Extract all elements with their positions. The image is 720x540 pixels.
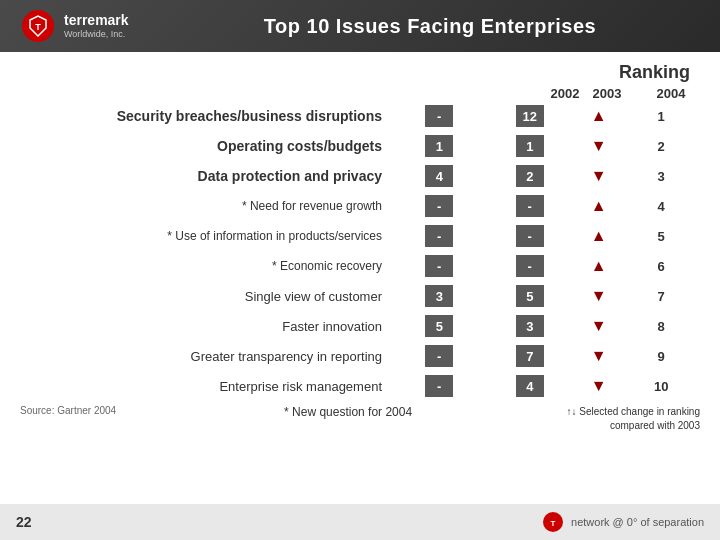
rank-2004: 2 [622, 131, 700, 161]
issue-name: * Use of information in products/service… [20, 221, 394, 251]
tagline: T network @ 0° of separation [541, 510, 704, 534]
year-2002: 2002 [544, 86, 586, 101]
rank-2004: 3 [622, 161, 700, 191]
rank-2004: 9 [622, 341, 700, 371]
rank-arrow: ▼ [575, 161, 622, 191]
rank-arrow: ▼ [575, 341, 622, 371]
bottom-bar: 22 T network @ 0° of separation [0, 504, 720, 540]
rank-2002: 3 [394, 281, 485, 311]
page-title: Top 10 Issues Facing Enterprises [160, 15, 700, 38]
table-row: * Need for revenue growth--▲4 [20, 191, 700, 221]
rank-2002: - [394, 371, 485, 401]
rank-arrow: ▲ [575, 221, 622, 251]
rank-arrow: ▼ [575, 311, 622, 341]
table-row: * Economic recovery--▲6 [20, 251, 700, 281]
year-2003: 2003 [586, 86, 628, 101]
rank-2003: - [485, 251, 576, 281]
rank-2003: 7 [485, 341, 576, 371]
rank-2002: - [394, 101, 485, 131]
issue-name: Greater transparency in reporting [20, 341, 394, 371]
year-2004: 2004 [650, 86, 692, 101]
rank-2003: 2 [485, 161, 576, 191]
rank-2004: 10 [622, 371, 700, 401]
table-row: Operating costs/budgets11▼2 [20, 131, 700, 161]
issue-name: Data protection and privacy [20, 161, 394, 191]
header: T terremark Worldwide, Inc. Top 10 Issue… [0, 0, 720, 52]
rank-2002: - [394, 341, 485, 371]
ranking-title: Ranking [619, 62, 690, 83]
rank-2002: - [394, 221, 485, 251]
issue-name: Enterprise risk management [20, 371, 394, 401]
rank-2002: 4 [394, 161, 485, 191]
issue-name: * Economic recovery [20, 251, 394, 281]
issue-name: Single view of customer [20, 281, 394, 311]
rank-2002: 1 [394, 131, 485, 161]
new-question-label: * New question for 2004 [116, 405, 540, 419]
rank-2004: 6 [622, 251, 700, 281]
issue-name: Operating costs/budgets [20, 131, 394, 161]
rank-2003: 1 [485, 131, 576, 161]
table-row: Enterprise risk management-4▼10 [20, 371, 700, 401]
table-row: Data protection and privacy42▼3 [20, 161, 700, 191]
table-row: * Use of information in products/service… [20, 221, 700, 251]
rank-arrow: ▲ [575, 101, 622, 131]
rank-2004: 5 [622, 221, 700, 251]
rank-arrow: ▲ [575, 191, 622, 221]
rank-arrow: ▲ [575, 251, 622, 281]
issue-name: * Need for revenue growth [20, 191, 394, 221]
table-row: Faster innovation53▼8 [20, 311, 700, 341]
issue-name: Faster innovation [20, 311, 394, 341]
rank-2002: 5 [394, 311, 485, 341]
rank-2003: 4 [485, 371, 576, 401]
rank-2003: - [485, 191, 576, 221]
rank-2004: 8 [622, 311, 700, 341]
rank-arrow: ▼ [575, 281, 622, 311]
svg-text:T: T [35, 22, 41, 32]
rank-2003: 3 [485, 311, 576, 341]
rank-arrow: ▼ [575, 371, 622, 401]
logo: T terremark Worldwide, Inc. [20, 8, 129, 44]
source-text: Source: Gartner 2004 [20, 405, 116, 416]
rank-2004: 1 [622, 101, 700, 131]
table-row: Security breaches/business disruptions-1… [20, 101, 700, 131]
table-row: Greater transparency in reporting-7▼9 [20, 341, 700, 371]
rank-2004: 4 [622, 191, 700, 221]
legend-arrows: ↑↓ Selected change in ranking compared w… [540, 405, 700, 433]
rank-2003: - [485, 221, 576, 251]
rank-2003: 12 [485, 101, 576, 131]
rank-2002: - [394, 191, 485, 221]
svg-text:T: T [551, 519, 556, 528]
rank-2002: - [394, 251, 485, 281]
rank-2004: 7 [622, 281, 700, 311]
table-row: Single view of customer35▼7 [20, 281, 700, 311]
page-number: 22 [16, 514, 32, 530]
rank-2003: 5 [485, 281, 576, 311]
rank-arrow: ▼ [575, 131, 622, 161]
issue-name: Security breaches/business disruptions [20, 101, 394, 131]
